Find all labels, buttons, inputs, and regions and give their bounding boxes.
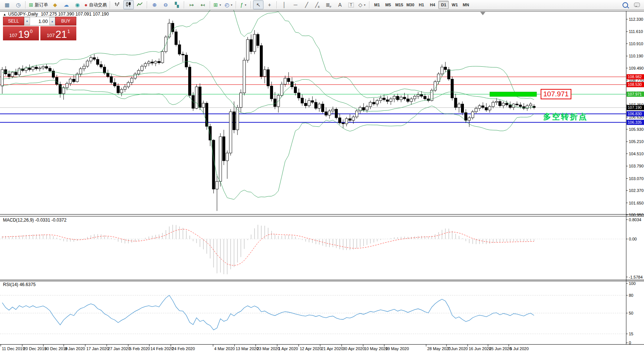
candle-down	[403, 97, 406, 99]
chart-canvas: 0.80340.00-1.57841008050150112.330111.61…	[0, 0, 644, 352]
label-button[interactable]: T	[346, 0, 356, 9]
candle-down	[461, 104, 464, 113]
macd-axis-label: 0.00	[629, 237, 637, 241]
candle-up	[280, 84, 283, 95]
date-axis-label: 24 Feb 2020	[172, 346, 195, 351]
candle-down	[406, 99, 409, 102]
candle-down	[151, 62, 153, 63]
candle-up	[369, 102, 372, 107]
timeframe-m15[interactable]: M15	[394, 1, 404, 9]
auto-scroll-button[interactable]: ↦	[186, 0, 197, 9]
price-badge-label: 108.530	[628, 82, 642, 87]
timeframe-m5[interactable]: M5	[383, 1, 393, 9]
indicators-button[interactable]: ƒ▼	[238, 0, 249, 9]
rsi-axis-label: 15	[629, 332, 633, 336]
mt4-window: ▦◷⊞新订单◆☁◉●自动交易⊕⊖▚↦↤⊞▼◴▼ƒ▼↖+│─╱╱E≣FAT◇▼M1…	[0, 0, 644, 352]
tick-chart-button[interactable]: ◷	[13, 0, 23, 9]
fibonacci-button[interactable]: ≣F	[323, 0, 334, 9]
buy-price-pips: 21	[56, 30, 67, 39]
price-badge-label: 107.971	[628, 92, 642, 96]
candle-down	[451, 79, 454, 98]
turning-point-note[interactable]: 多空转折点	[543, 112, 588, 122]
signals-button[interactable]: ◉	[72, 0, 83, 9]
date-axis-label: 7 Jun 2020	[448, 346, 468, 351]
chart-shift-button[interactable]: ↤	[197, 0, 208, 9]
highlight-rectangle[interactable]	[490, 92, 537, 96]
price-axis-label: 101.650	[629, 201, 644, 205]
candle-down	[212, 140, 215, 189]
crosshair-button[interactable]: +	[264, 0, 275, 9]
candle-up	[236, 107, 239, 130]
candle-down	[298, 93, 300, 98]
date-axis-label: 5 Feb 2020	[129, 346, 150, 351]
equidistant-channel-button[interactable]: ╱E	[312, 0, 323, 9]
candle-up	[414, 96, 416, 99]
timeframe-mn[interactable]: MN	[461, 1, 471, 9]
timeframe-w1[interactable]: W1	[449, 1, 460, 9]
volume-increment-button[interactable]: ▲	[49, 17, 55, 25]
new-chart-button[interactable]: ⊞▼	[212, 0, 223, 9]
candle-up	[366, 107, 368, 110]
cursor-button[interactable]: ↖	[253, 0, 263, 9]
date-axis-label: 10 May 2020	[364, 346, 388, 351]
zoom-out-button[interactable]: ⊖	[160, 0, 171, 9]
timeframe-m1[interactable]: M1	[372, 1, 382, 9]
candle-down	[386, 100, 389, 102]
trendline-button[interactable]: ╱	[301, 0, 312, 9]
candle-up	[66, 83, 68, 88]
panel-toggle-icon[interactable]: ▲	[3, 13, 6, 16]
candle-down	[454, 98, 457, 107]
timeframe-h4[interactable]: H4	[427, 1, 438, 9]
candle-up	[90, 57, 92, 61]
candle-up	[468, 118, 471, 120]
one-click-trading-panel: SELL ▼ ▲ BUY 107190 107211	[3, 17, 76, 40]
cloud-icon: ☁	[64, 2, 69, 7]
timeframe-m30[interactable]: M30	[405, 1, 415, 9]
horizontal-line-button[interactable]: ─	[290, 0, 301, 9]
candle-down	[103, 67, 106, 73]
zoom-in-button[interactable]: ⊕	[149, 0, 160, 9]
candle-up	[434, 82, 436, 90]
candle-up	[124, 87, 126, 89]
profiles-button[interactable]: ◴▼	[223, 0, 234, 9]
toolbar-separator	[110, 1, 110, 9]
shapes-button[interactable]: ◇▼	[357, 0, 367, 9]
chat-button[interactable]	[632, 0, 642, 9]
cloud-button[interactable]: ☁	[61, 0, 72, 9]
timeframe-d1[interactable]: D1	[438, 1, 449, 9]
volume-decrement-button[interactable]: ▼	[24, 17, 30, 25]
chart-window-button[interactable]: ▦	[2, 0, 12, 9]
candle-up	[488, 107, 491, 110]
timeframe-h1[interactable]: H1	[416, 1, 426, 9]
line-chart-button[interactable]	[135, 0, 145, 9]
candle-up	[79, 69, 82, 74]
styler-button[interactable]: ◆	[50, 0, 60, 9]
candle-up	[246, 40, 249, 60]
candle-up	[478, 106, 481, 108]
text-button[interactable]: A	[335, 0, 345, 9]
bar-chart-button[interactable]	[112, 0, 123, 9]
candle-down	[56, 77, 58, 84]
profiles-icon: ◴	[225, 2, 229, 7]
candle-up	[202, 103, 205, 107]
candle-up	[229, 112, 232, 153]
volume-input[interactable]	[30, 17, 49, 25]
autotrading-button[interactable]: ●自动交易	[83, 0, 108, 9]
candlestick-chart-button[interactable]	[123, 0, 134, 9]
volume-spinner: ▼ ▲	[24, 17, 55, 26]
new-order-button-label: 新订单	[35, 2, 48, 8]
sell-price-button[interactable]: 107190	[3, 26, 39, 40]
sell-button[interactable]: SELL	[3, 17, 24, 26]
resistance-price-label[interactable]: 107.971	[541, 89, 571, 99]
candle-up	[195, 87, 198, 108]
candle-up	[253, 34, 256, 52]
new-order-button[interactable]: ⊞新订单	[28, 0, 49, 9]
search-button[interactable]	[621, 0, 631, 9]
toolbar-separator	[25, 1, 26, 9]
candle-down	[267, 70, 269, 86]
candle-down	[100, 64, 102, 67]
buy-price-button[interactable]: 107211	[40, 26, 76, 40]
vertical-line-button[interactable]: │	[279, 0, 289, 9]
buy-button[interactable]: BUY	[55, 17, 76, 26]
tile-windows-button[interactable]: ▚	[172, 0, 182, 9]
